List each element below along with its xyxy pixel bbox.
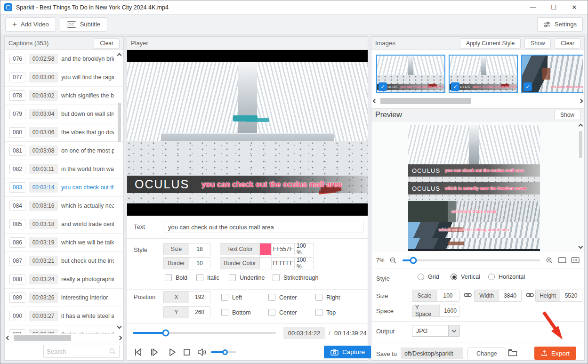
width-field[interactable]: Width 3840 bbox=[474, 290, 522, 302]
caption-row[interactable]: 077 00:03:00 you will find the raging b bbox=[5, 68, 123, 87]
caption-row[interactable]: 084 00:03:16 which is actually near the bbox=[5, 197, 123, 215]
x-value[interactable]: 192 bbox=[189, 291, 210, 303]
scrollbar-thumb[interactable] bbox=[579, 131, 582, 158]
images-show-button[interactable]: Show bbox=[524, 38, 551, 49]
border-value[interactable]: 10 bbox=[189, 258, 210, 269]
link-icon[interactable] bbox=[464, 292, 472, 298]
images-clear-button[interactable]: Clear bbox=[555, 38, 580, 49]
y-space-value[interactable]: -1600 bbox=[440, 305, 459, 316]
scroll-down-icon[interactable] bbox=[579, 244, 583, 249]
selected-check-icon[interactable]: ✓ bbox=[379, 82, 387, 91]
scale-value[interactable]: 100 bbox=[437, 290, 459, 301]
caption-row[interactable]: 081 00:03:08 on one of the most powe bbox=[5, 142, 123, 160]
scroll-left-icon[interactable] bbox=[373, 99, 378, 104]
checkbox-icon[interactable] bbox=[221, 309, 228, 316]
scroll-left-icon[interactable] bbox=[6, 336, 11, 340]
caption-row[interactable]: 089 00:03:26 interesting interior bbox=[5, 289, 123, 307]
align-top-checkbox[interactable]: Top bbox=[315, 309, 336, 316]
caption-row[interactable]: 087 00:03:21 but check out the inside bbox=[5, 252, 123, 270]
scroll-down-icon[interactable] bbox=[117, 324, 122, 329]
capture-button[interactable]: Capture bbox=[324, 346, 371, 358]
caption-row[interactable]: 085 00:03:18 and world trade center bbox=[5, 215, 123, 234]
checkbox-icon[interactable] bbox=[165, 274, 172, 281]
next-frame-button[interactable] bbox=[150, 348, 160, 357]
underline-checkbox[interactable]: Underline bbox=[229, 274, 265, 281]
align-hcenter-checkbox[interactable]: Center bbox=[268, 294, 297, 301]
style-grid-radio[interactable]: Grid bbox=[418, 274, 439, 280]
selected-check-icon[interactable]: ✓ bbox=[524, 82, 532, 91]
text-color-opacity[interactable]: 100 % bbox=[294, 243, 314, 255]
seek-slider[interactable] bbox=[133, 332, 276, 334]
caption-row[interactable]: 091 00:03:29 that is characterized as a bbox=[5, 325, 123, 333]
style-vertical-radio[interactable]: Vertical bbox=[451, 274, 480, 280]
caption-row[interactable]: 076 00:02:58 and the brooklyn bridge bbox=[5, 50, 123, 68]
zoom-out-icon[interactable] bbox=[389, 257, 397, 264]
text-color-field[interactable]: Text Color FF557F 100 % bbox=[220, 243, 314, 255]
change-path-button[interactable]: Change bbox=[467, 348, 506, 359]
radio-icon[interactable] bbox=[418, 274, 424, 280]
folder-icon[interactable] bbox=[508, 348, 517, 356]
size-value[interactable]: 18 bbox=[189, 243, 210, 255]
bold-checkbox[interactable]: Bold bbox=[165, 274, 187, 281]
subtitle-button[interactable]: CC Subtitle bbox=[60, 17, 107, 32]
actual-size-icon[interactable] bbox=[571, 257, 580, 263]
border-color-field[interactable]: Border Color FFFFFF 100 % bbox=[220, 257, 314, 269]
border-size-field[interactable]: Border 10 bbox=[163, 257, 210, 269]
zoom-in-icon[interactable] bbox=[546, 257, 553, 264]
thumbnail-1[interactable]: ✓ ULUS you can check out the oculus mall… bbox=[376, 55, 445, 93]
export-button[interactable]: Export bbox=[534, 347, 576, 360]
radio-icon[interactable] bbox=[488, 274, 495, 280]
scrollbar-thumb[interactable] bbox=[380, 98, 471, 104]
height-value[interactable]: 5520 bbox=[560, 290, 582, 301]
play-button[interactable] bbox=[168, 348, 177, 357]
checkbox-icon[interactable] bbox=[273, 274, 280, 281]
italic-checkbox[interactable]: Italic bbox=[196, 274, 219, 281]
images-horizontal-scrollbar[interactable] bbox=[371, 97, 584, 105]
checkbox-icon[interactable] bbox=[268, 294, 275, 301]
caption-row[interactable]: 080 00:03:06 the vibes that go down h bbox=[5, 123, 123, 142]
preview-vertical-scrollbar[interactable] bbox=[578, 123, 584, 251]
previous-frame-button[interactable] bbox=[134, 348, 143, 357]
minimize-button[interactable]: — bbox=[529, 4, 537, 11]
scroll-up-icon[interactable] bbox=[579, 124, 583, 129]
y-space-field[interactable]: Y Space -1600 bbox=[412, 305, 459, 317]
align-vcenter-checkbox[interactable]: Center bbox=[268, 309, 297, 316]
stop-button[interactable] bbox=[183, 348, 191, 356]
border-color-hex[interactable]: FFFFFF bbox=[272, 258, 294, 269]
caption-row[interactable]: 088 00:03:24 really a photographic bbox=[5, 270, 123, 289]
link-icon[interactable] bbox=[526, 292, 534, 298]
checkbox-icon[interactable] bbox=[196, 274, 203, 281]
scroll-right-icon[interactable] bbox=[118, 336, 122, 340]
caption-row[interactable]: 079 00:03:04 but down on wall street y bbox=[5, 105, 123, 123]
caption-row-selected[interactable]: 083 00:03:14 you can check out the oc bbox=[5, 178, 123, 197]
radio-checked-icon[interactable] bbox=[451, 274, 457, 280]
width-value[interactable]: 3840 bbox=[499, 290, 521, 301]
border-color-opacity[interactable]: 100 % bbox=[294, 258, 314, 269]
height-field[interactable]: Height 5520 bbox=[535, 290, 582, 302]
thumbnail-2[interactable]: ✓ ULUS which is actually near the freedo… bbox=[449, 55, 518, 93]
preview-zoom-slider[interactable] bbox=[403, 259, 540, 261]
text-color-swatch[interactable] bbox=[260, 243, 272, 255]
checkbox-icon[interactable] bbox=[268, 309, 275, 316]
checkbox-icon[interactable] bbox=[315, 309, 322, 316]
preview-show-button[interactable]: Show bbox=[554, 110, 580, 120]
position-x-field[interactable]: X 192 bbox=[163, 291, 210, 303]
subtitle-text-input[interactable] bbox=[164, 221, 363, 233]
settings-button[interactable]: Settings bbox=[537, 17, 583, 32]
apply-current-style-button[interactable]: Apply Current Style bbox=[460, 38, 521, 49]
maximize-button[interactable]: ☐ bbox=[550, 4, 557, 11]
text-color-hex[interactable]: FF557F bbox=[272, 243, 294, 255]
caption-row[interactable]: 078 00:03:02 which signifies the bull n bbox=[5, 87, 123, 105]
search-input[interactable] bbox=[47, 348, 109, 355]
captions-horizontal-scrollbar[interactable] bbox=[5, 334, 123, 342]
border-color-swatch[interactable] bbox=[260, 258, 272, 269]
captions-vertical-scrollbar[interactable] bbox=[116, 52, 123, 333]
scale-field[interactable]: Scale 100 bbox=[412, 290, 459, 302]
y-value[interactable]: 260 bbox=[189, 307, 210, 318]
scroll-right-icon[interactable] bbox=[579, 99, 583, 104]
scroll-up-icon[interactable] bbox=[117, 53, 122, 58]
scrollbar-thumb[interactable] bbox=[14, 335, 71, 341]
align-bottom-checkbox[interactable]: Bottom bbox=[221, 309, 251, 316]
strikethrough-checkbox[interactable]: Strikethrough bbox=[273, 274, 318, 281]
selected-check-icon[interactable]: ✓ bbox=[451, 82, 459, 91]
